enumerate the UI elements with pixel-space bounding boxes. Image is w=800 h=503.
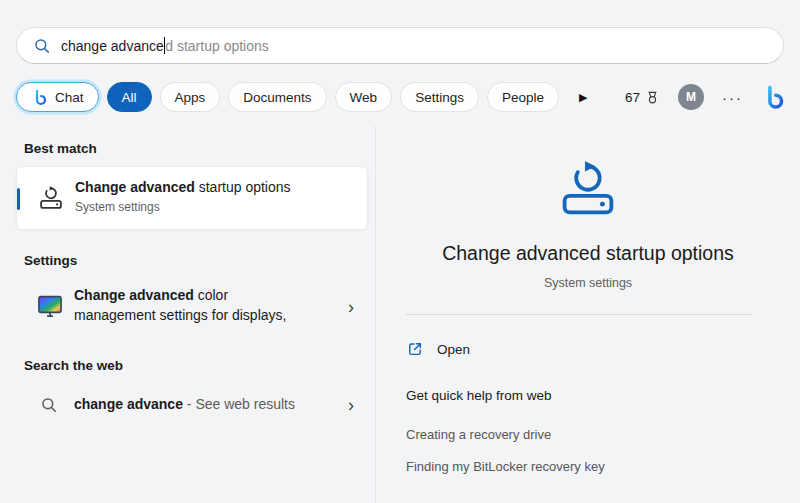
advanced-startup-hero-icon: [555, 156, 621, 222]
best-match-title-bold: Change advanced: [75, 179, 195, 195]
quick-help-header: Get quick help from web: [406, 388, 552, 403]
open-action[interactable]: Open: [406, 340, 470, 358]
web-search-result-text: change advance - See web results: [74, 396, 295, 412]
web-result-rest: - See web results: [183, 396, 295, 412]
tab-apps-label: Apps: [175, 90, 206, 105]
rewards-counter[interactable]: 67: [625, 90, 660, 105]
best-match-subtitle: System settings: [75, 200, 160, 214]
search-icon: [33, 37, 51, 55]
color-management-icon: [36, 292, 64, 320]
account-initial: M: [686, 90, 696, 104]
tab-chat-label: Chat: [55, 90, 84, 105]
settings-result-line1-rest: color: [194, 287, 228, 303]
more-options-icon[interactable]: ···: [722, 89, 743, 106]
tab-all[interactable]: All: [107, 82, 152, 112]
preview-panel: Change advanced startup options System s…: [376, 126, 800, 503]
preview-subtitle: System settings: [376, 276, 800, 290]
filter-tabs-row: Chat All Apps Documents Web Settings Peo…: [16, 80, 786, 114]
tab-apps[interactable]: Apps: [160, 82, 221, 112]
settings-section-header: Settings: [24, 253, 77, 268]
settings-result-bold: Change advanced: [74, 287, 194, 303]
settings-result-text: Change advanced color management setting…: [74, 285, 286, 325]
tab-settings-label: Settings: [415, 90, 464, 105]
settings-result-line2: management settings for displays,: [74, 307, 286, 323]
tab-web[interactable]: Web: [335, 82, 393, 112]
preview-title: Change advanced startup options: [376, 242, 800, 265]
open-external-icon: [406, 340, 424, 358]
chevron-right-icon[interactable]: ›: [348, 297, 354, 318]
best-match-header: Best match: [24, 141, 97, 156]
help-link-bitlocker[interactable]: Finding my BitLocker recovery key: [406, 459, 605, 474]
tab-documents[interactable]: Documents: [228, 82, 326, 112]
search-typed-text: change advance: [61, 38, 164, 54]
best-match-result[interactable]: Change advanced startup options System s…: [16, 166, 368, 230]
tab-web-label: Web: [350, 90, 378, 105]
more-filters-icon[interactable]: ▶: [579, 91, 587, 104]
best-match-title: Change advanced startup options: [75, 179, 291, 195]
tab-documents-label: Documents: [243, 90, 311, 105]
search-header-right-cluster: 67 M ···: [625, 84, 786, 110]
web-result-bold: change advance: [74, 396, 183, 412]
search-inline-suggestion: d startup options: [165, 38, 269, 54]
tab-settings[interactable]: Settings: [400, 82, 479, 112]
web-section-header: Search the web: [24, 358, 123, 373]
rewards-value: 67: [625, 90, 640, 105]
web-search-result-row[interactable]: change advance - See web results ›: [16, 382, 368, 428]
search-input[interactable]: change advance d startup options: [16, 27, 784, 64]
settings-result-row[interactable]: Change advanced color management setting…: [16, 278, 368, 336]
preview-divider: [406, 314, 752, 315]
rewards-medal-icon: [645, 90, 660, 105]
web-search-icon: [40, 396, 58, 414]
tab-people[interactable]: People: [487, 82, 559, 112]
open-label: Open: [437, 342, 470, 357]
windows-search-panel: change advance d startup options Chat Al…: [0, 0, 800, 503]
help-link-recovery-drive[interactable]: Creating a recovery drive: [406, 427, 551, 442]
advanced-startup-icon: [37, 184, 65, 212]
bing-logo-button[interactable]: [761, 85, 786, 110]
selection-accent: [17, 188, 20, 210]
tab-people-label: People: [502, 90, 544, 105]
bing-chat-icon: [31, 89, 48, 106]
tab-chat[interactable]: Chat: [16, 82, 99, 112]
best-match-title-rest: startup options: [195, 179, 291, 195]
tab-all-label: All: [122, 90, 137, 105]
account-avatar[interactable]: M: [678, 84, 704, 110]
chevron-right-icon[interactable]: ›: [348, 395, 354, 416]
bing-logo-icon: [761, 85, 786, 110]
